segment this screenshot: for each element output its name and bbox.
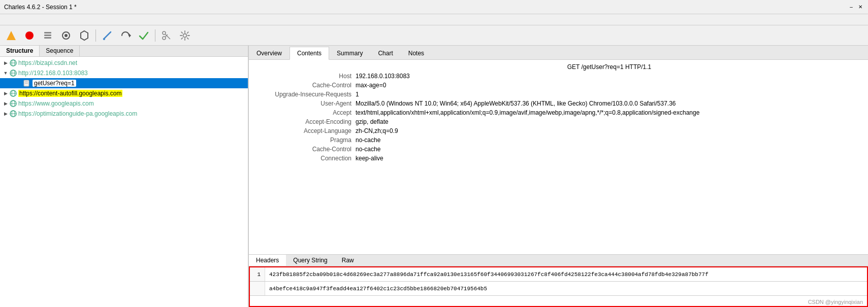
header-value-pragma: no-cache	[356, 137, 863, 145]
request-line: GET /getUser?req=1 HTTP/1.1	[249, 63, 868, 72]
header-value-useragent: Mozilla/5.0 (Windows NT 10.0; Win64; x64…	[356, 100, 863, 108]
svg-rect-3	[44, 35, 51, 36]
tools-button[interactable]	[158, 27, 175, 44]
throttle-button[interactable]	[58, 27, 74, 44]
header-label-acceptlanguage: Accept-Language	[254, 127, 356, 135]
header-row-host: Host 192.168.0.103:8083	[249, 72, 868, 81]
tree-item-label-optguide: https://optimizationguide-pa.googleapis.…	[18, 110, 137, 117]
tab-summary[interactable]: Summary	[329, 46, 370, 59]
tree-item-label-csdn: https://bizapi.csdn.net	[18, 59, 77, 66]
header-value-upgrade: 1	[356, 91, 863, 99]
tree-item-label-local: http://192.168.0.103:8083	[18, 70, 88, 77]
header-label-cachecontrol1: Cache-Control	[254, 82, 356, 90]
svg-point-11	[163, 31, 166, 35]
refresh-button[interactable]	[117, 27, 134, 44]
header-row-acceptencoding: Accept-Encoding gzip, deflate	[249, 118, 868, 127]
header-value-host: 192.168.0.103:8083	[356, 73, 863, 81]
record-button[interactable]	[21, 27, 38, 44]
preferences-button[interactable]	[177, 27, 193, 44]
toolbar-separator-1	[95, 29, 96, 42]
tree-toggle-csdn[interactable]: ▶	[2, 59, 9, 66]
header-row-accept: Accept text/html,application/xhtml+xml,a…	[249, 109, 868, 118]
header-label-host: Host	[254, 73, 356, 81]
bottom-line-2: a4befce418c9a947f3feadd4ea127f6402c1c23c…	[250, 282, 867, 296]
svg-point-9	[103, 38, 105, 40]
bottom-tab-bar: Headers Query String Raw	[249, 254, 868, 266]
line-number-2	[250, 282, 265, 295]
header-row-cachecontrol2: Cache-Control no-cache	[249, 145, 868, 154]
tree-toggle-autofill[interactable]: ▶	[2, 90, 9, 97]
left-panel: Structure Sequence ▶ https://bizapi.csdn…	[0, 46, 249, 307]
header-label-useragent: User-Agent	[254, 100, 356, 108]
toolbar	[0, 25, 868, 46]
breakpoint-button[interactable]	[76, 27, 92, 44]
clear-button[interactable]	[40, 27, 56, 44]
content-area: GET /getUser?req=1 HTTP/1.1 Host 192.168…	[249, 60, 868, 307]
line-text-2: a4befce418c9a947f3feadd4ea127f6402c1c23c…	[265, 286, 487, 292]
tab-structure[interactable]: Structure	[0, 46, 40, 56]
svg-point-6	[65, 34, 68, 37]
tree-toggle-optguide[interactable]: ▶	[2, 110, 9, 117]
start-button[interactable]	[3, 27, 19, 44]
right-panel: Overview Contents Summary Chart Notes GE…	[249, 46, 868, 307]
watermark: CSDN @yingyinqixian	[808, 299, 863, 305]
tree-item-csdn[interactable]: ▶ https://bizapi.csdn.net	[0, 58, 248, 68]
validate-button[interactable]	[136, 27, 152, 44]
svg-line-8	[104, 32, 111, 39]
toolbar-separator-2	[155, 29, 155, 42]
svg-rect-2	[44, 32, 51, 33]
left-tab-bar: Structure Sequence	[0, 46, 248, 57]
globe-icon-csdn	[9, 59, 17, 67]
tree-item-label-getuser: getUser?req=1	[33, 80, 76, 87]
svg-point-1	[25, 31, 34, 40]
bottom-tab-headers[interactable]: Headers	[249, 255, 286, 266]
close-button[interactable]: ✕	[857, 4, 864, 11]
header-row-cachecontrol1: Cache-Control max-age=0	[249, 81, 868, 90]
svg-line-13	[166, 34, 171, 39]
bottom-tab-querystring[interactable]: Query String	[286, 255, 334, 266]
line-number-1: 1	[250, 267, 265, 281]
session-tree: ▶ https://bizapi.csdn.net ▼ http://192.1…	[0, 57, 248, 307]
minimize-button[interactable]: –	[848, 4, 855, 11]
tab-notes[interactable]: Notes	[401, 46, 432, 59]
header-row-acceptlanguage: Accept-Language zh-CN,zh;q=0.9	[249, 127, 868, 136]
tree-item-autofill[interactable]: ▶ https://content-autofill.googleapis.co…	[0, 88, 248, 98]
tree-item-optguide[interactable]: ▶ https://optimizationguide-pa.googleapi…	[0, 109, 248, 119]
globe-icon-optguide	[9, 110, 17, 118]
header-value-accept: text/html,application/xhtml+xml,applicat…	[356, 109, 863, 117]
tree-item-label-googleapis: https://www.googleapis.com	[18, 100, 94, 107]
globe-icon-autofill	[9, 89, 17, 97]
globe-icon-local	[9, 69, 17, 77]
header-row-pragma: Pragma no-cache	[249, 136, 868, 145]
header-label-cachecontrol2: Cache-Control	[254, 146, 356, 154]
bottom-tab-raw[interactable]: Raw	[335, 255, 361, 266]
header-label-pragma: Pragma	[254, 137, 356, 145]
tree-item-googleapis[interactable]: ▶ https://www.googleapis.com	[0, 98, 248, 109]
tree-item-local[interactable]: ▼ http://192.168.0.103:8083	[0, 68, 248, 78]
header-label-requestline	[254, 63, 356, 72]
globe-icon-googleapis	[9, 99, 17, 108]
header-value-acceptlanguage: zh-CN,zh;q=0.9	[356, 127, 863, 135]
header-value-requestline: GET /getUser?req=1 HTTP/1.1	[356, 63, 863, 72]
tree-toggle-googleapis[interactable]: ▶	[2, 100, 9, 107]
tab-chart[interactable]: Chart	[370, 46, 400, 59]
header-label-connection: Connection	[254, 155, 356, 163]
svg-point-12	[163, 37, 166, 40]
tab-sequence[interactable]: Sequence	[40, 46, 80, 56]
svg-marker-7	[81, 31, 88, 40]
header-row-connection: Connection keep-alive	[249, 154, 868, 163]
tree-toggle-local[interactable]: ▼	[2, 70, 9, 77]
bottom-line-1: 1 423fb81885f2cba09b018c4d68269ec3a277a8…	[250, 267, 867, 282]
header-value-cachecontrol2: no-cache	[356, 146, 863, 154]
header-value-acceptencoding: gzip, deflate	[356, 118, 863, 126]
header-value-cachecontrol1: max-age=0	[356, 82, 863, 90]
compose-button[interactable]	[99, 27, 115, 44]
svg-marker-10	[129, 33, 131, 38]
tab-overview[interactable]: Overview	[249, 46, 290, 59]
header-row-useragent: User-Agent Mozilla/5.0 (Windows NT 10.0;…	[249, 99, 868, 109]
header-label-acceptencoding: Accept-Encoding	[254, 118, 356, 126]
header-row-upgrade: Upgrade-Insecure-Requests 1	[249, 90, 868, 99]
title-bar: Charles 4.6.2 - Session 1 * – ✕	[0, 0, 868, 14]
tree-item-getuser[interactable]: getUser?req=1	[0, 78, 248, 88]
tab-contents[interactable]: Contents	[290, 47, 329, 60]
